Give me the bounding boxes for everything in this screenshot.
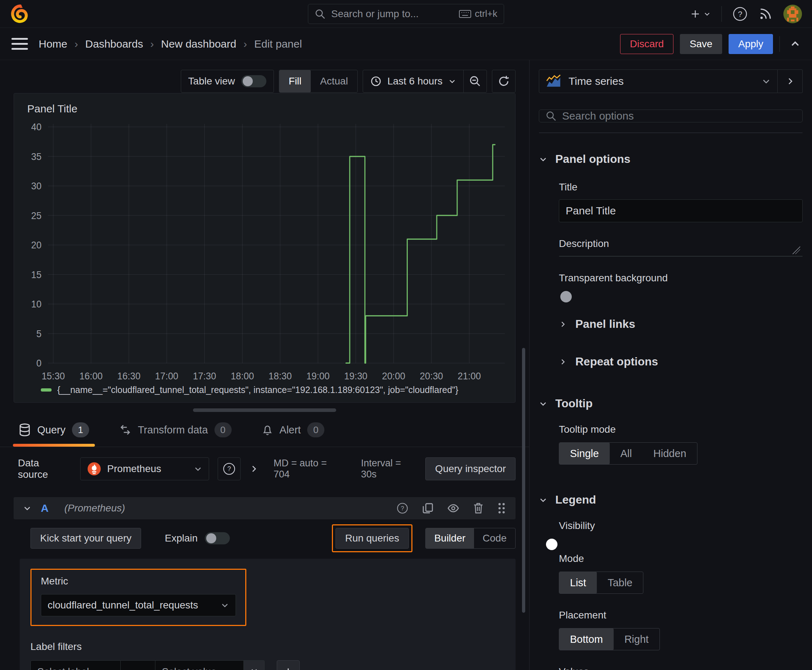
panel-options-header[interactable]: Panel options	[539, 152, 803, 166]
apply-button[interactable]: Apply	[729, 34, 773, 54]
repeat-options-header[interactable]: Repeat options	[559, 355, 803, 368]
panel-links-header[interactable]: Panel links	[559, 318, 803, 331]
help-icon[interactable]: ?	[732, 7, 748, 22]
select-value-dropdown[interactable]: Select value	[155, 660, 244, 670]
chevron-down-icon	[194, 465, 202, 473]
search-icon	[315, 8, 325, 19]
chevron-down-icon	[539, 155, 548, 164]
panel-title-input[interactable]	[559, 200, 803, 222]
query-datasource-hint: (Prometheus)	[64, 503, 125, 514]
add-new-button[interactable]	[690, 8, 711, 19]
legend-table-option[interactable]: Table	[597, 572, 643, 594]
query-inspector-button[interactable]: Query inspector	[425, 457, 515, 481]
legend-series-label[interactable]: {__name__="cloudflared_tunnel_total_requ…	[57, 385, 458, 395]
fill-actual-group: Fill Actual	[279, 70, 358, 93]
menu-toggle-icon[interactable]	[12, 37, 28, 51]
legend-series-marker[interactable]	[41, 388, 52, 392]
query-options-summary[interactable]: MD = auto = 704 Interval = 30s	[273, 458, 419, 480]
options-search-placeholder: Search options	[562, 110, 634, 122]
refresh-button[interactable]	[492, 70, 515, 93]
panel-title[interactable]: Panel Title	[19, 98, 510, 115]
global-search[interactable]: Search or jump to... ctrl+k	[308, 4, 504, 24]
chevron-down-icon	[229, 668, 237, 670]
options-expander-icon[interactable]	[249, 464, 258, 474]
select-label-dropdown[interactable]: Select label	[31, 660, 120, 670]
discard-button[interactable]: Discard	[620, 34, 673, 54]
code-option[interactable]: Code	[474, 528, 515, 548]
user-avatar[interactable]	[783, 5, 802, 23]
fill-option[interactable]: Fill	[279, 70, 311, 92]
tab-alert[interactable]: Alert 0	[258, 422, 328, 447]
grafana-logo[interactable]	[10, 4, 29, 24]
svg-text:17:00: 17:00	[155, 371, 178, 382]
svg-text:15:30: 15:30	[42, 371, 65, 382]
database-icon	[19, 423, 31, 437]
legend-list-option[interactable]: List	[559, 572, 597, 594]
operator-dropdown[interactable]: =	[120, 660, 155, 670]
keyboard-icon	[459, 9, 471, 19]
save-button[interactable]: Save	[680, 34, 722, 54]
placement-bottom-option[interactable]: Bottom	[559, 628, 614, 650]
news-icon[interactable]	[758, 7, 773, 21]
breadcrumb-sep-icon: ›	[150, 38, 154, 50]
collapse-sidebar-button[interactable]	[778, 69, 803, 93]
svg-text:35: 35	[31, 151, 42, 162]
pane-resize-handle[interactable]	[193, 408, 336, 412]
collapse-query-icon[interactable]	[23, 504, 32, 513]
svg-text:16:30: 16:30	[117, 371, 140, 382]
duplicate-query-icon[interactable]	[422, 502, 434, 514]
visualization-picker[interactable]: Time series	[539, 69, 778, 93]
table-view-toggle[interactable]: Table view	[181, 70, 274, 93]
datasource-help-button[interactable]: ?	[218, 457, 241, 481]
table-view-switch[interactable]	[241, 75, 266, 87]
vertical-scrollbar[interactable]	[522, 348, 525, 613]
tab-query[interactable]: Query 1	[15, 422, 93, 447]
breadcrumb-dashboards[interactable]: Dashboards	[85, 38, 143, 50]
tab-transform-count: 0	[214, 422, 232, 437]
add-filter-button[interactable]	[277, 660, 300, 670]
tab-query-count: 1	[72, 422, 89, 437]
hide-query-icon[interactable]	[447, 502, 460, 514]
datasource-label: Data source	[18, 457, 71, 481]
breadcrumb-new-dashboard[interactable]: New dashboard	[161, 38, 236, 50]
legend-mode-group: List Table	[559, 572, 643, 594]
drag-handle-icon[interactable]	[497, 502, 506, 514]
tooltip-single-option[interactable]: Single	[559, 443, 610, 464]
explain-toggle[interactable]: Explain	[165, 532, 230, 544]
legend-header[interactable]: Legend	[539, 493, 803, 506]
breadcrumb-home[interactable]: Home	[39, 38, 67, 50]
query-help-icon[interactable]: ?	[396, 502, 409, 515]
placement-right-option[interactable]: Right	[614, 628, 659, 650]
chevron-up-icon[interactable]	[790, 39, 800, 49]
builder-option[interactable]: Builder	[425, 528, 474, 548]
visualization-name: Time series	[568, 75, 624, 87]
kick-start-button[interactable]: Kick start your query	[31, 528, 141, 549]
resize-corner-icon[interactable]	[792, 246, 800, 254]
options-search[interactable]: Search options	[539, 110, 803, 122]
svg-text:19:00: 19:00	[307, 371, 330, 382]
delete-query-icon[interactable]	[473, 502, 484, 514]
top-nav: Search or jump to... ctrl+k ?	[0, 0, 812, 28]
tooltip-all-option[interactable]: All	[610, 443, 642, 464]
time-series-chart[interactable]: 051015202530354015:3016:0016:3017:0017:3…	[19, 118, 510, 385]
tooltip-hidden-option[interactable]: Hidden	[642, 443, 697, 464]
tab-transform[interactable]: Transform data 0	[116, 422, 235, 447]
actions-divider	[780, 36, 780, 52]
query-row-header[interactable]: A (Prometheus) ?	[14, 497, 515, 519]
run-queries-button[interactable]: Run queries	[336, 528, 409, 549]
metric-highlight: Metric cloudflared_tunnel_total_requests	[31, 569, 246, 626]
zoom-out-button[interactable]	[464, 70, 487, 92]
actual-option[interactable]: Actual	[311, 70, 357, 92]
remove-filter-button[interactable]	[244, 660, 264, 670]
description-textarea[interactable]	[559, 256, 803, 257]
svg-text:0: 0	[36, 357, 41, 369]
datasource-picker[interactable]: Prometheus	[80, 457, 209, 481]
tooltip-header[interactable]: Tooltip	[539, 397, 803, 410]
time-range-picker[interactable]: Last 6 hours	[363, 70, 463, 92]
svg-text:10: 10	[31, 298, 42, 310]
breadcrumb-edit-panel: Edit panel	[254, 38, 302, 50]
explain-switch[interactable]	[205, 532, 230, 544]
metric-select[interactable]: cloudflared_tunnel_total_requests	[41, 594, 236, 616]
svg-text:18:30: 18:30	[268, 371, 292, 382]
chevron-down-icon	[539, 496, 548, 504]
